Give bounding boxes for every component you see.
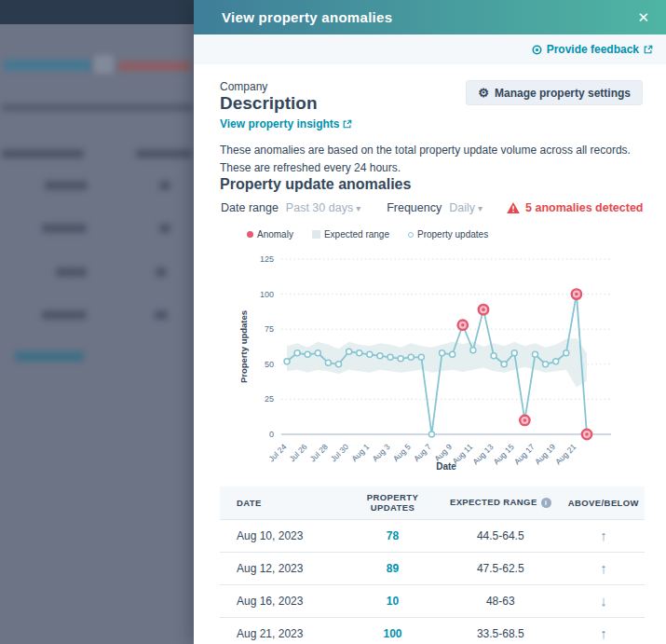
data-point[interactable]	[511, 350, 517, 356]
cell-updates: 78	[347, 519, 439, 552]
data-point[interactable]	[491, 353, 496, 359]
data-point[interactable]	[284, 359, 290, 364]
blurred-row-text	[42, 310, 87, 320]
y-tick-label: 100	[260, 290, 274, 299]
cell-date: Aug 12, 2023	[220, 552, 347, 584]
down-arrow-icon: ↓	[600, 593, 607, 609]
data-point[interactable]	[543, 362, 549, 367]
cell-direction: ↑	[563, 552, 645, 584]
cell-direction: ↑	[563, 617, 645, 644]
column-header-date: DATE	[220, 486, 347, 519]
updates-value-link[interactable]: 100	[383, 627, 401, 640]
data-point[interactable]	[408, 354, 414, 360]
data-point[interactable]	[305, 351, 310, 357]
feedback-icon	[532, 45, 542, 55]
x-tick-label: Jul 24	[266, 442, 288, 463]
data-point[interactable]	[553, 359, 559, 364]
y-axis-title: Property updates	[238, 310, 249, 383]
updates-marker-icon	[408, 232, 414, 238]
legend-item-expected-range: Expected range	[312, 229, 389, 240]
data-point[interactable]	[470, 348, 476, 353]
data-point[interactable]	[336, 362, 342, 367]
frequency-dropdown[interactable]: Daily▾	[449, 201, 483, 214]
data-point[interactable]	[347, 349, 352, 354]
data-point[interactable]	[357, 350, 362, 356]
cell-date: Aug 21, 2023	[220, 617, 347, 644]
panel-description: These anomalies are based on the total p…	[220, 142, 645, 177]
cell-direction: ↓	[563, 584, 645, 617]
x-tick-label: Aug 13	[470, 442, 495, 466]
blurred-view-more-link	[15, 351, 84, 362]
up-arrow-icon: ↑	[600, 625, 607, 641]
date-range-dropdown[interactable]: Past 30 days▾	[286, 201, 360, 214]
provide-feedback-link[interactable]: Provide feedback	[532, 43, 653, 56]
data-point[interactable]	[440, 350, 445, 356]
x-axis-title: Date	[436, 461, 456, 472]
column-header-property-updates: PROPERTY UPDATES	[347, 486, 439, 519]
cell-updates: 10	[347, 584, 439, 617]
cell-expected-range: 47.5-62.5	[439, 552, 563, 584]
data-point[interactable]	[501, 362, 507, 367]
chevron-down-icon: ▾	[478, 203, 483, 213]
data-point[interactable]	[367, 351, 373, 357]
data-point[interactable]	[532, 351, 537, 357]
cell-direction: ↑	[563, 519, 645, 552]
x-tick-label: Aug 17	[512, 442, 537, 466]
data-point[interactable]	[418, 354, 424, 360]
section-title: Property update anomalies	[220, 176, 411, 193]
x-tick-label: Aug 21	[553, 442, 578, 466]
cell-expected-range: 48-63	[439, 584, 563, 617]
data-point[interactable]	[294, 350, 300, 356]
background-page	[0, 0, 194, 644]
cell-expected-range: 44.5-64.5	[439, 519, 563, 552]
screen: View property anomalies ✕ Provide feedba…	[0, 0, 666, 644]
data-point[interactable]	[315, 350, 320, 356]
x-tick-label: Jul 28	[308, 442, 330, 463]
blurred-row-value	[159, 224, 170, 233]
anomalies-alert: 5 anomalies detected	[507, 201, 643, 214]
data-point[interactable]	[450, 351, 455, 357]
data-point[interactable]	[398, 356, 403, 362]
x-tick-label: Aug 15	[492, 442, 516, 466]
data-point[interactable]	[428, 432, 434, 437]
feedback-bar: Provide feedback	[194, 34, 666, 64]
column-header-expected-range: EXPECTED RANGEi	[439, 486, 563, 519]
background-navbar	[0, 0, 194, 24]
updates-value-link[interactable]: 10	[387, 595, 399, 608]
view-property-insights-link[interactable]: View property insights	[220, 117, 352, 130]
y-tick-label: 0	[269, 430, 274, 439]
x-tick-label: Jul 26	[288, 442, 309, 463]
up-arrow-icon: ↑	[600, 528, 607, 543]
blurred-column-header	[136, 149, 192, 158]
blurred-paragraph	[2, 103, 194, 112]
chart-controls: Date range Past 30 days▾ Frequency Daily…	[221, 201, 644, 214]
panel-title: View property anomalies	[222, 9, 392, 25]
panel-header: View property anomalies ✕	[194, 0, 666, 34]
anomalies-panel: View property anomalies ✕ Provide feedba…	[194, 0, 666, 644]
data-point[interactable]	[387, 354, 393, 360]
info-icon[interactable]: i	[541, 498, 551, 508]
chart-legend: Anomaly Expected range Property updates	[247, 229, 488, 240]
anomalies-line-chart[interactable]: 0255075100125Jul 24Jul 26Jul 28Jul 30Aug…	[194, 244, 659, 479]
x-tick-label: Aug 19	[533, 442, 557, 466]
x-tick-label: Aug 7	[412, 442, 433, 463]
blurred-row-value	[155, 310, 168, 320]
anomalies-table: DATE PROPERTY UPDATES EXPECTED RANGEi AB…	[220, 486, 645, 644]
data-point[interactable]	[325, 360, 331, 365]
data-point[interactable]	[377, 353, 383, 359]
table-row: Aug 10, 20237844.5-64.5↑	[220, 519, 645, 552]
up-arrow-icon: ↑	[600, 560, 607, 576]
data-point[interactable]	[564, 350, 569, 356]
close-icon[interactable]: ✕	[637, 10, 649, 24]
y-tick-label: 75	[265, 324, 274, 334]
blurred-row-text	[42, 224, 87, 233]
x-tick-label: Aug 1	[349, 442, 371, 463]
manage-property-settings-button[interactable]: ⚙ Manage property settings	[466, 80, 643, 105]
legend-item-property-updates: Property updates	[408, 229, 488, 240]
x-tick-label: Aug 3	[371, 442, 392, 463]
table-row: Aug 16, 20231048-63↓	[220, 584, 645, 617]
y-tick-label: 25	[265, 394, 274, 404]
updates-value-link[interactable]: 89	[387, 562, 399, 575]
range-swatch-icon	[312, 230, 320, 239]
updates-value-link[interactable]: 78	[387, 529, 399, 542]
